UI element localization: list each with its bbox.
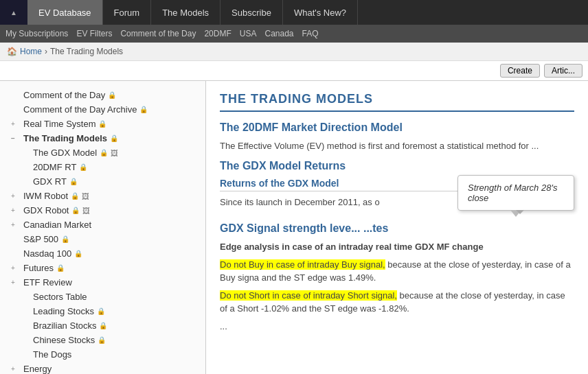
expand-icon: + <box>11 221 21 229</box>
lock-icon: 🔒 <box>69 178 78 185</box>
article-button[interactable]: Artic... <box>544 64 583 78</box>
do-not-buy-text: Do not Buy in case of intraday Buy signa… <box>220 258 574 285</box>
edge-analysis-label: Edge analysis in case of an intraday rea… <box>220 240 574 254</box>
sidebar-label: IWM Robot <box>23 191 68 201</box>
sub-nav-ev-filters[interactable]: EV Filters <box>76 29 112 38</box>
do-not-short-text: Do not Short in case of intraday Short s… <box>220 289 574 316</box>
sidebar-item-sectors-table[interactable]: Sectors Table <box>0 290 205 304</box>
lock-icon: 🔒 <box>100 149 108 156</box>
sidebar-label: Real Time System <box>23 119 95 129</box>
callout-text: Strength of March 28's close <box>468 183 557 203</box>
sub-nav-comment-of-day[interactable]: Comment of the Day <box>120 29 196 38</box>
sidebar-item-the-dogs[interactable]: The Dogs <box>0 347 205 362</box>
sub-nav-20dmf[interactable]: 20DMF <box>204 29 231 38</box>
sidebar-item-futures[interactable]: + Futures 🔒 <box>0 261 205 275</box>
expand-icon: + <box>11 192 21 200</box>
nav-tabs: EV Database Forum The Models Subscribe W… <box>27 0 358 25</box>
sidebar-item-real-time-system[interactable]: + Real Time System 🔒 <box>0 117 205 131</box>
callout-box: Strength of March 28's close <box>457 175 574 211</box>
sidebar-label: The Dogs <box>33 349 71 360</box>
home-icon: 🏠 <box>7 47 17 56</box>
lock-icon: 🔒 <box>71 207 80 214</box>
nav-tab-forum[interactable]: Forum <box>103 0 152 25</box>
sidebar-item-brazilian-stocks[interactable]: Brazilian Stocks 🔒 <box>0 318 205 333</box>
lock-icon: 🔒 <box>71 192 79 200</box>
expand-icon: + <box>11 207 21 214</box>
expand-icon: + <box>11 365 21 373</box>
sidebar-label: The GDX Model <box>33 148 97 158</box>
lock-icon: 🔒 <box>79 163 87 171</box>
callout-arrow <box>510 210 521 217</box>
content-area: THE TRADING MODELS The 20DMF Market Dire… <box>206 81 588 374</box>
sidebar-item-comment-archive[interactable]: Comment of the Day Archive 🔒 <box>0 102 205 117</box>
sidebar-item-sp500[interactable]: S&P 500 🔒 <box>0 232 205 246</box>
lock-icon: 🔒 <box>99 322 107 329</box>
nav-tab-models[interactable]: The Models <box>151 0 220 25</box>
sub-nav-faq[interactable]: FAQ <box>302 29 319 38</box>
section3-title: GDX Signal strength leve... ...tes <box>220 222 574 235</box>
breadcrumb-separator: › <box>45 47 47 56</box>
image-icon: 🖼 <box>111 149 118 157</box>
lock-icon: 🔒 <box>98 120 106 128</box>
lock-icon: 🔒 <box>74 250 82 257</box>
expand-icon: + <box>11 264 21 272</box>
sub-nav-usa[interactable]: USA <box>240 29 257 38</box>
gdx-description-container: Since its launch in December 2011, as o … <box>220 196 574 209</box>
logo: ▲ <box>0 0 27 25</box>
expand-icon: + <box>11 120 21 128</box>
nav-tab-subscribe[interactable]: Subscribe <box>220 0 283 25</box>
do-not-short-highlight: Do not Short in case of intraday Short s… <box>220 290 397 301</box>
sidebar: Comment of the Day 🔒 Comment of the Day … <box>0 81 206 374</box>
breadcrumb-current: The Trading Models <box>50 47 123 56</box>
ellipsis: ... <box>220 320 574 334</box>
sidebar-label: Energy <box>23 364 52 374</box>
create-button[interactable]: Create <box>500 64 540 78</box>
sidebar-label: GDX Robot <box>23 205 69 215</box>
sidebar-item-nasdaq[interactable]: Nasdaq 100 🔒 <box>0 246 205 261</box>
sidebar-item-20dmf-rt[interactable]: 20DMF RT 🔒 <box>0 160 205 174</box>
breadcrumb: 🏠 Home › The Trading Models <box>0 43 588 61</box>
sidebar-item-leading-stocks[interactable]: Leading Stocks 🔒 <box>0 304 205 318</box>
sidebar-label: Canadian Market <box>23 220 91 230</box>
main-layout: Comment of the Day 🔒 Comment of the Day … <box>0 81 588 374</box>
lock-icon: 🔒 <box>108 91 116 99</box>
sidebar-item-gdx-model[interactable]: The GDX Model 🔒 🖼 <box>0 145 205 160</box>
lock-icon: 🔒 <box>98 336 106 344</box>
sidebar-label: Comment of the Day Archive <box>23 104 137 115</box>
sidebar-label: Brazilian Stocks <box>33 320 96 331</box>
sidebar-label: S&P 500 <box>23 234 58 244</box>
section1-description: The Effective Volume (EV) method is firs… <box>220 139 574 153</box>
lock-icon: 🔒 <box>139 106 148 113</box>
sidebar-item-etf-review[interactable]: + ETF Review <box>0 275 205 290</box>
lock-icon: 🔒 <box>97 307 105 315</box>
sidebar-label: Chinese Stocks <box>33 335 95 345</box>
sidebar-label: Futures <box>23 263 54 273</box>
sidebar-item-iwm-robot[interactable]: + IWM Robot 🔒 🖼 <box>0 189 205 203</box>
sidebar-label: The Trading Models <box>23 133 107 143</box>
lock-icon: 🔒 <box>61 235 69 243</box>
sidebar-item-energy[interactable]: + Energy <box>0 362 205 374</box>
sidebar-item-comment-of-day[interactable]: Comment of the Day 🔒 <box>0 88 205 102</box>
expand-icon: + <box>11 279 21 286</box>
lock-icon: 🔒 <box>110 135 118 142</box>
section1-title: The 20DMF Market Direction Model <box>220 121 574 134</box>
sub-nav-my-subscriptions[interactable]: My Subscriptions <box>5 29 68 38</box>
sidebar-item-gdx-rt[interactable]: GDX RT 🔒 <box>0 174 205 189</box>
sub-navigation: My Subscriptions EV Filters Comment of t… <box>0 25 588 43</box>
sub-nav-canada[interactable]: Canada <box>264 29 293 38</box>
sidebar-label: Comment of the Day <box>23 90 105 100</box>
nav-tab-whats-new[interactable]: What's New? <box>283 0 358 25</box>
sidebar-item-gdx-robot[interactable]: + GDX Robot 🔒 🖼 <box>0 203 205 218</box>
sidebar-item-canadian-market[interactable]: + Canadian Market <box>0 218 205 232</box>
nav-tab-ev-database[interactable]: EV Database <box>27 0 103 25</box>
breadcrumb-home[interactable]: Home <box>20 47 42 56</box>
sidebar-label: Nasdaq 100 <box>23 248 71 259</box>
image-icon: 🖼 <box>82 192 89 200</box>
sidebar-label: 20DMF RT <box>33 162 76 172</box>
sidebar-label: Sectors Table <box>33 292 87 302</box>
sidebar-item-chinese-stocks[interactable]: Chinese Stocks 🔒 <box>0 333 205 347</box>
lock-icon: 🔒 <box>56 264 65 272</box>
page-title: THE TRADING MODELS <box>220 92 574 112</box>
expand-icon: − <box>11 135 21 142</box>
sidebar-item-trading-models[interactable]: − The Trading Models 🔒 <box>0 131 205 145</box>
